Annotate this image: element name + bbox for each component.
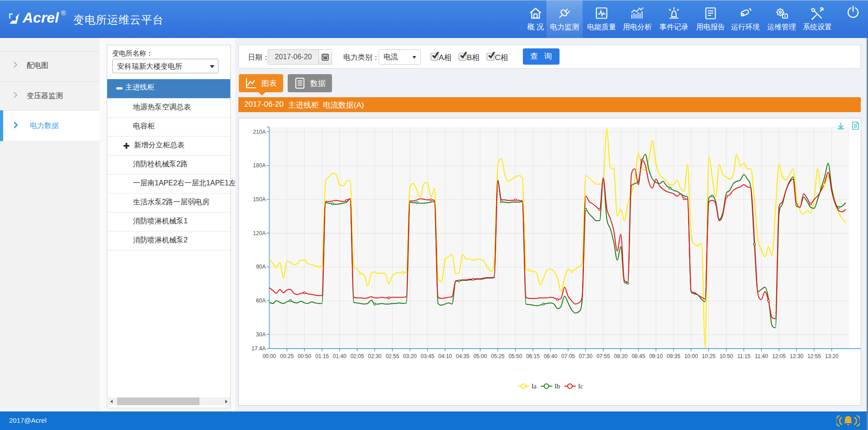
svg-text:03:45: 03:45 (421, 353, 434, 359)
svg-text:01:15: 01:15 (315, 353, 329, 359)
svg-text:01:40: 01:40 (333, 353, 346, 359)
svg-text:06:40: 06:40 (544, 353, 557, 359)
svg-text:10:50: 10:50 (720, 353, 733, 359)
svg-text:05:25: 05:25 (491, 353, 504, 359)
svg-text:02:05: 02:05 (351, 353, 364, 359)
svg-text:06:15: 06:15 (526, 353, 540, 359)
svg-text:12:05: 12:05 (772, 353, 786, 359)
svg-text:210A: 210A (253, 129, 266, 135)
svg-text:180A: 180A (253, 162, 266, 169)
svg-text:11:15: 11:15 (737, 353, 750, 359)
svg-text:02:55: 02:55 (385, 353, 399, 359)
svg-text:30A: 30A (256, 331, 266, 338)
svg-text:00:25: 00:25 (280, 353, 294, 359)
svg-text:60A: 60A (256, 298, 266, 304)
svg-text:12:30: 12:30 (790, 353, 803, 359)
svg-text:Ic: Ic (578, 383, 583, 390)
svg-text:03:20: 03:20 (403, 353, 417, 359)
svg-text:02:30: 02:30 (368, 353, 381, 359)
svg-text:10:00: 10:00 (684, 353, 698, 359)
svg-text:00:00: 00:00 (262, 353, 276, 359)
svg-text:07:55: 07:55 (597, 353, 610, 359)
svg-text:17.4A: 17.4A (251, 345, 266, 352)
svg-text:10:25: 10:25 (702, 353, 716, 359)
svg-text:04:10: 04:10 (438, 353, 452, 359)
svg-text:09:10: 09:10 (649, 353, 663, 359)
svg-text:07:05: 07:05 (561, 353, 575, 359)
svg-text:08:20: 08:20 (614, 353, 627, 359)
svg-text:07:30: 07:30 (579, 353, 593, 359)
svg-text:12:55: 12:55 (807, 353, 821, 359)
svg-text:08:45: 08:45 (631, 353, 645, 359)
svg-text:13:20: 13:20 (825, 353, 839, 359)
svg-text:Ib: Ib (555, 383, 560, 390)
svg-text:00:50: 00:50 (298, 353, 311, 359)
svg-text:120A: 120A (253, 230, 266, 236)
svg-text:05:00: 05:00 (474, 353, 487, 359)
svg-text:09:35: 09:35 (667, 353, 680, 359)
svg-text:11:40: 11:40 (755, 353, 768, 359)
svg-text:04:35: 04:35 (456, 353, 470, 359)
svg-text:05:50: 05:50 (508, 353, 522, 359)
svg-text:150A: 150A (253, 196, 266, 203)
svg-text:Ia: Ia (531, 383, 537, 390)
svg-text:90A: 90A (256, 264, 266, 270)
